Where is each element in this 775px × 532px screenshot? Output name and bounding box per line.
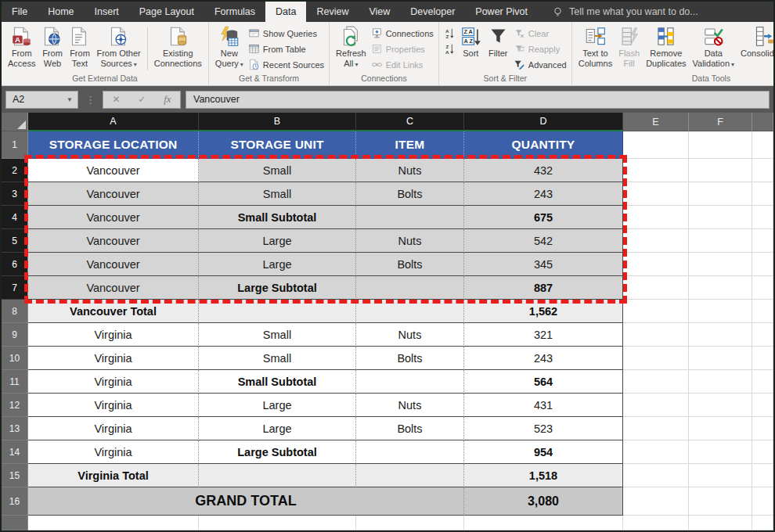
- from-text-button[interactable]: FromText: [66, 24, 93, 69]
- cell-G4[interactable]: [752, 206, 773, 229]
- cell-D9[interactable]: 321: [464, 323, 623, 347]
- cell-G17[interactable]: [752, 516, 773, 530]
- cell-D13[interactable]: 523: [464, 417, 623, 440]
- text-to-columns-button[interactable]: Text toColumns: [575, 24, 615, 69]
- cell-D12[interactable]: 431: [464, 394, 623, 417]
- cell-G14[interactable]: [752, 440, 773, 464]
- formula-input[interactable]: [186, 91, 770, 109]
- cell-F5[interactable]: [689, 229, 752, 253]
- cell-D2[interactable]: 432: [464, 159, 623, 182]
- tab-developer[interactable]: Developer: [400, 2, 465, 22]
- refresh-all-button[interactable]: RefreshAll▾: [333, 24, 369, 69]
- name-box-dropdown-icon[interactable]: ▼: [67, 96, 78, 103]
- col-header-f[interactable]: F: [689, 113, 752, 131]
- row-header-5[interactable]: 5: [2, 229, 28, 253]
- row-header-6[interactable]: 6: [2, 253, 28, 276]
- advanced-button[interactable]: Advanced: [512, 58, 568, 71]
- cell-C14[interactable]: [356, 440, 464, 464]
- cell-E9[interactable]: [623, 323, 689, 347]
- cell-D7[interactable]: 887: [464, 276, 623, 300]
- col-header-e[interactable]: E: [623, 113, 689, 131]
- cell-E6[interactable]: [623, 253, 689, 276]
- tab-formulas[interactable]: Formulas: [204, 2, 265, 22]
- row-header-12[interactable]: 12: [2, 394, 28, 417]
- cell-G1[interactable]: [752, 131, 773, 159]
- from-other-sources-button[interactable]: From OtherSources▾: [93, 24, 143, 69]
- cell-E10[interactable]: [623, 347, 689, 370]
- row-header-16[interactable]: 16: [2, 487, 28, 516]
- sort-descending-button[interactable]: ZA: [442, 42, 457, 56]
- cell-E16[interactable]: [623, 487, 689, 516]
- cell-F2[interactable]: [689, 159, 752, 182]
- tab-page-layout[interactable]: Page Layout: [129, 2, 204, 22]
- row-header-2[interactable]: 2: [2, 159, 28, 182]
- cell-A8[interactable]: Vancouver Total: [28, 300, 199, 323]
- cell-F1[interactable]: [689, 131, 752, 159]
- row-header-15[interactable]: 15: [2, 464, 28, 487]
- cell-C12[interactable]: Nuts: [356, 394, 464, 417]
- cell-F15[interactable]: [689, 464, 752, 487]
- recent-sources-button[interactable]: Recent Sources: [247, 58, 326, 71]
- cell-D17[interactable]: [464, 516, 623, 530]
- row-header-1[interactable]: 1: [2, 131, 28, 159]
- cell-C6[interactable]: Bolts: [356, 253, 464, 276]
- cell-G3[interactable]: [752, 182, 773, 206]
- cell-E7[interactable]: [623, 276, 689, 300]
- cell-B8[interactable]: [199, 300, 356, 323]
- cell-D10[interactable]: 243: [464, 347, 623, 370]
- row-header-9[interactable]: 9: [2, 323, 28, 347]
- row-header-7[interactable]: 7: [2, 276, 28, 300]
- cell-G7[interactable]: [752, 276, 773, 300]
- cell-G16[interactable]: [752, 487, 773, 516]
- from-table-button[interactable]: From Table: [247, 42, 326, 56]
- sort-button[interactable]: Z AA ZSort: [457, 24, 485, 59]
- cell-E11[interactable]: [623, 370, 689, 394]
- remove-duplicates-button[interactable]: RemoveDuplicates: [643, 24, 689, 69]
- cell-C7[interactable]: [356, 276, 464, 300]
- cell-G6[interactable]: [752, 253, 773, 276]
- cell-B14[interactable]: Large Subtotal: [199, 440, 356, 464]
- cell-F4[interactable]: [689, 206, 752, 229]
- cell-B13[interactable]: Large: [199, 417, 356, 440]
- cell-F11[interactable]: [689, 370, 752, 394]
- insert-function-icon[interactable]: fx: [164, 93, 171, 106]
- row-header-10[interactable]: 10: [2, 347, 28, 370]
- cell-B12[interactable]: Large: [199, 394, 356, 417]
- cell-D16[interactable]: 3,080: [464, 487, 623, 516]
- cell-D1[interactable]: QUANTITY: [464, 131, 623, 159]
- cell-A14[interactable]: Virginia: [28, 440, 199, 464]
- col-header-c[interactable]: C: [356, 113, 464, 131]
- cell-C4[interactable]: [356, 206, 464, 229]
- tab-home[interactable]: Home: [38, 2, 84, 22]
- cell-B3[interactable]: Small: [199, 182, 356, 206]
- tab-data[interactable]: Data: [265, 2, 306, 22]
- row-header-8[interactable]: 8: [2, 300, 28, 323]
- cell-B1[interactable]: STORAGE UNIT: [199, 131, 356, 159]
- cell-A2[interactable]: Vancouver: [28, 159, 199, 182]
- cell-A4[interactable]: Vancouver: [28, 206, 199, 229]
- cell-A12[interactable]: Virginia: [28, 394, 199, 417]
- cell-D14[interactable]: 954: [464, 440, 623, 464]
- cell-E4[interactable]: [623, 206, 689, 229]
- cell-E13[interactable]: [623, 417, 689, 440]
- name-box[interactable]: A2 ▼: [5, 91, 78, 109]
- cell-B6[interactable]: Large: [199, 253, 356, 276]
- col-header-a[interactable]: A: [28, 113, 199, 131]
- cell-C11[interactable]: [356, 370, 464, 394]
- cell-C9[interactable]: Nuts: [356, 323, 464, 347]
- cell-B15[interactable]: [199, 464, 356, 487]
- cell-G9[interactable]: [752, 323, 773, 347]
- cell-F9[interactable]: [689, 323, 752, 347]
- col-header-d[interactable]: D: [464, 113, 623, 131]
- cell-F8[interactable]: [689, 300, 752, 323]
- cell-G15[interactable]: [752, 464, 773, 487]
- col-header-b[interactable]: B: [199, 113, 356, 131]
- cell-A9[interactable]: Virginia: [28, 323, 199, 347]
- cell-B10[interactable]: Small: [199, 347, 356, 370]
- cell-A5[interactable]: Vancouver: [28, 229, 199, 253]
- cell-F10[interactable]: [689, 347, 752, 370]
- cell-B11[interactable]: Small Subtotal: [199, 370, 356, 394]
- tab-review[interactable]: Review: [306, 2, 359, 22]
- show-queries-button[interactable]: Show Queries: [247, 27, 326, 40]
- tab-file[interactable]: File: [2, 2, 38, 22]
